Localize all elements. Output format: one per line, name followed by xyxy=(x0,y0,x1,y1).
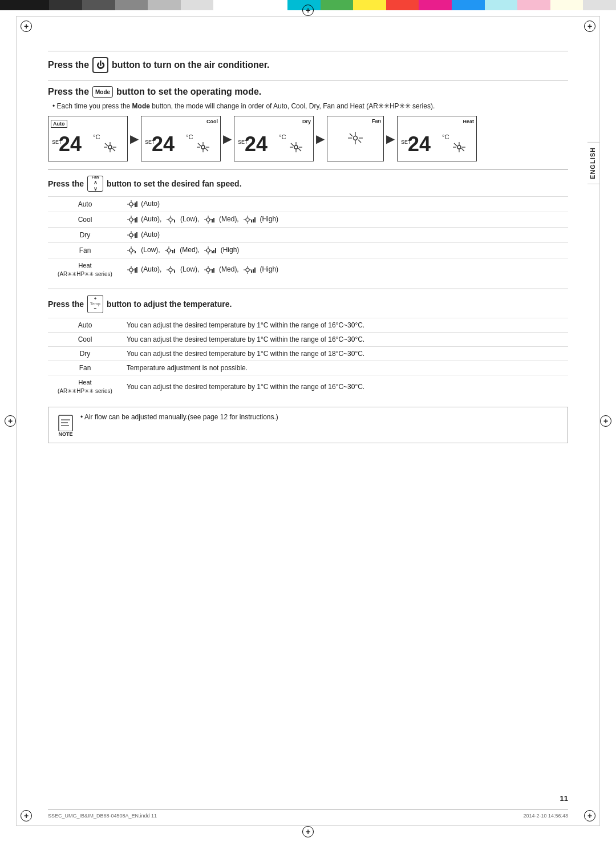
power-icon: ⏻ xyxy=(92,57,108,73)
svg-rect-41 xyxy=(136,201,137,207)
reg-mark-bot: + xyxy=(302,826,314,837)
arrow-fan-heat: ▶ xyxy=(386,132,395,145)
fan-row-heat: Heat(AR✳✳HP✳✳ series) (Auto), xyxy=(48,258,568,282)
lcd-heat-label: Heat xyxy=(463,119,474,124)
temp-row-cool: Cool You can adjust the desired temperat… xyxy=(48,332,568,346)
svg-point-98 xyxy=(129,268,133,272)
svg-point-62 xyxy=(246,218,249,221)
svg-rect-117 xyxy=(213,268,214,273)
footer: SSEC_UMG_IB&IM_DB68-04508A_EN.indd 11 20… xyxy=(48,809,568,819)
lcd-dry-degree: °C xyxy=(279,133,286,140)
svg-rect-48 xyxy=(136,217,137,222)
press-the-power-post: button to turn on the air conditioner. xyxy=(112,60,269,70)
lcd-panel-heat: Heat SET 24 °C xyxy=(397,116,477,161)
svg-rect-61 xyxy=(213,218,214,222)
temp-mode-auto: Auto xyxy=(48,318,122,332)
temp-desc-auto: You can adjust the desired temperature b… xyxy=(122,318,568,332)
outer-border: ENGLISH Press the ⏻ button to turn on th… xyxy=(16,16,600,826)
section-temp-title: Press the + Temp − button to adjust the … xyxy=(48,295,568,313)
reg-mark-right: + xyxy=(600,415,611,427)
press-the-power-pre: Press the xyxy=(48,60,89,70)
lcd-dry-temp: 24 xyxy=(245,132,268,156)
svg-rect-68 xyxy=(253,219,254,222)
press-the-mode-post: button to set the operating mode. xyxy=(116,87,261,97)
svg-line-27 xyxy=(358,140,361,143)
english-tab: ENGLISH xyxy=(587,142,600,184)
svg-rect-97 xyxy=(215,248,216,253)
lcd-cool-temp: 24 xyxy=(152,132,175,156)
svg-point-42 xyxy=(129,218,133,221)
svg-line-34 xyxy=(461,148,464,151)
note-label: NOTE xyxy=(58,431,72,437)
lcd-panel-fan: Fan xyxy=(327,116,384,161)
reg-mark-left: + xyxy=(5,415,16,427)
lcd-panels-row: Auto SET 24 °C xyxy=(48,116,568,161)
svg-point-21 xyxy=(354,136,358,140)
temp-mode-heat: Heat(AR✳✳HP✳✳ series) xyxy=(48,375,122,398)
svg-point-90 xyxy=(206,249,210,252)
temp-mode-cool: Cool xyxy=(48,332,122,346)
main-content: Press the ⏻ button to turn on the air co… xyxy=(48,51,568,794)
press-the-fan-pre: Press the xyxy=(48,179,84,188)
section-temp: Press the + Temp − button to adjust the … xyxy=(48,289,568,399)
svg-point-0 xyxy=(108,145,112,149)
press-the-mode-pre: Press the xyxy=(48,87,89,97)
fan-mode-fan: Fan xyxy=(48,243,122,258)
svg-rect-67 xyxy=(251,220,252,222)
section-mode: Press the Mode button to set the operati… xyxy=(48,80,568,161)
arrow-auto-cool: ▶ xyxy=(130,132,139,145)
page-number: 11 xyxy=(560,794,568,803)
lcd-panel-cool: Cool SET 24 °C xyxy=(141,116,221,161)
fan-row-cool: Cool (Auto), xyxy=(48,212,568,228)
svg-rect-89 xyxy=(174,249,175,253)
lcd-dry-label: Dry xyxy=(302,119,311,124)
svg-rect-125 xyxy=(254,268,256,273)
lcd-fan-label: Fan xyxy=(372,118,381,124)
press-the-temp-post: button to adjust the temperature. xyxy=(107,299,232,309)
temp-button-icon: + Temp − xyxy=(87,295,103,313)
svg-rect-126 xyxy=(59,415,72,431)
fan-mode-dry: Dry xyxy=(48,228,122,243)
section-mode-title: Press the Mode button to set the operati… xyxy=(48,86,568,98)
svg-line-13 xyxy=(205,148,208,151)
reg-mark-top: + xyxy=(302,5,314,16)
temp-desc-cool: You can adjust the desired temperature b… xyxy=(122,332,568,346)
press-the-fan-post: button to set the desired fan speed. xyxy=(107,179,241,188)
fan-row-fan: Fan (Low), xyxy=(48,243,568,258)
section-fan-title: Press the Fan ∧ ∨ button to set the desi… xyxy=(48,176,568,192)
svg-rect-69 xyxy=(254,217,256,222)
footer-left: SSEC_UMG_IB&IM_DB68-04508A_EN.indd 11 xyxy=(48,813,157,819)
note-icon: NOTE xyxy=(56,413,75,437)
svg-line-19 xyxy=(291,143,294,146)
temp-desc-fan: Temperature adjustment is not possible. xyxy=(122,361,568,375)
press-the-temp-pre: Press the xyxy=(48,299,84,309)
svg-rect-60 xyxy=(212,219,213,222)
svg-point-55 xyxy=(206,218,210,221)
svg-point-14 xyxy=(294,145,298,149)
svg-rect-40 xyxy=(135,203,136,207)
svg-point-49 xyxy=(169,218,172,221)
svg-point-105 xyxy=(169,268,172,272)
fan-mode-heat: Heat(AR✳✳HP✳✳ series) xyxy=(48,258,122,282)
mode-button-icon: Mode xyxy=(92,86,113,98)
svg-point-111 xyxy=(206,268,210,272)
fan-speed-table: Auto (Auto) xyxy=(48,196,568,282)
lcd-cool-label: Cool xyxy=(206,119,218,124)
svg-line-6 xyxy=(112,148,115,151)
fan-icons-cool: (Auto), (Low), xyxy=(122,212,568,228)
svg-rect-103 xyxy=(135,268,136,273)
temp-row-heat: Heat(AR✳✳HP✳✳ series) You can adjust the… xyxy=(48,375,568,398)
svg-line-5 xyxy=(105,143,108,146)
svg-rect-88 xyxy=(172,250,173,253)
svg-rect-123 xyxy=(251,270,252,273)
svg-rect-110 xyxy=(174,270,175,273)
arrow-cool-dry: ▶ xyxy=(223,132,232,145)
arrow-dry-fan: ▶ xyxy=(316,132,325,145)
svg-rect-124 xyxy=(253,269,254,273)
svg-point-7 xyxy=(201,145,205,149)
lcd-cool-degree: °C xyxy=(186,133,193,140)
temp-mode-dry: Dry xyxy=(48,346,122,361)
section-power: Press the ⏻ button to turn on the air co… xyxy=(48,51,568,73)
fan-icons-heat: (Auto), (Low), xyxy=(122,258,568,282)
svg-point-77 xyxy=(129,249,133,252)
